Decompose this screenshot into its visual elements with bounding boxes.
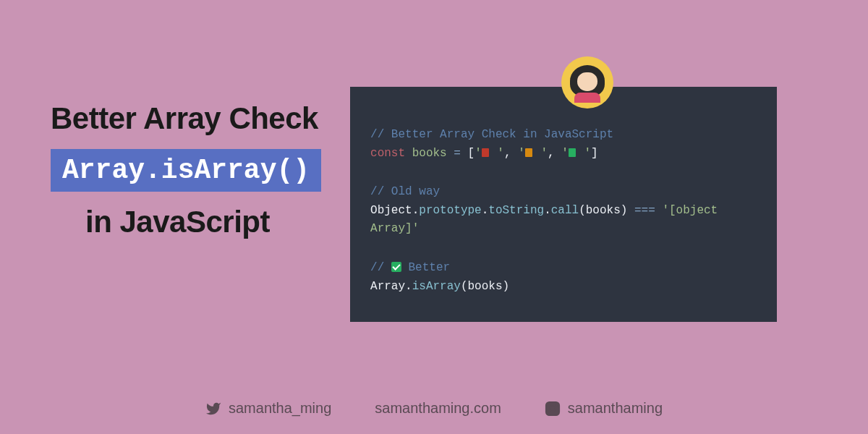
- code-line-oldway: Object.prototype.toString.call(books) ==…: [370, 202, 757, 239]
- instagram-icon: [545, 401, 561, 417]
- title-line-1: Better Array Check: [51, 101, 321, 136]
- footer-twitter-handle: samantha_ming: [229, 400, 331, 417]
- book-orange-icon: [525, 148, 532, 157]
- book-red-icon: [482, 148, 489, 157]
- svg-point-1: [550, 406, 555, 411]
- book-green-icon: [569, 148, 576, 157]
- footer-instagram-handle: samanthaming: [568, 400, 663, 417]
- code-line-const: const books = [' ', ' ', ' ']: [370, 145, 757, 163]
- svg-point-2: [556, 404, 557, 405]
- footer-site-text: samanthaming.com: [375, 400, 501, 417]
- code-line-comment-2: // Old way: [370, 183, 757, 202]
- code-line-comment-1: // Better Array Check in JavaScript: [370, 126, 757, 145]
- footer: samantha_ming samanthaming.com samantham…: [0, 400, 868, 417]
- avatar: [561, 56, 613, 109]
- title-line-3: in JavaScript: [51, 205, 321, 239]
- avatar-face: [570, 65, 605, 100]
- code-block: // Better Array Check in JavaScript cons…: [350, 87, 777, 322]
- footer-site[interactable]: samanthaming.com: [375, 400, 501, 417]
- code-line-comment-3: // Better: [370, 259, 757, 278]
- main-content: Better Array Check Array.isArray() in Ja…: [0, 0, 868, 322]
- title-block: Better Array Check Array.isArray() in Ja…: [51, 87, 321, 239]
- twitter-icon: [205, 401, 221, 417]
- check-icon: [391, 262, 401, 272]
- footer-twitter[interactable]: samantha_ming: [205, 400, 331, 417]
- code-panel-wrap: // Better Array Check in JavaScript cons…: [350, 87, 825, 322]
- footer-instagram[interactable]: samanthaming: [545, 400, 663, 417]
- title-highlight: Array.isArray(): [51, 149, 321, 192]
- code-line-better: Array.isArray(books): [370, 278, 757, 297]
